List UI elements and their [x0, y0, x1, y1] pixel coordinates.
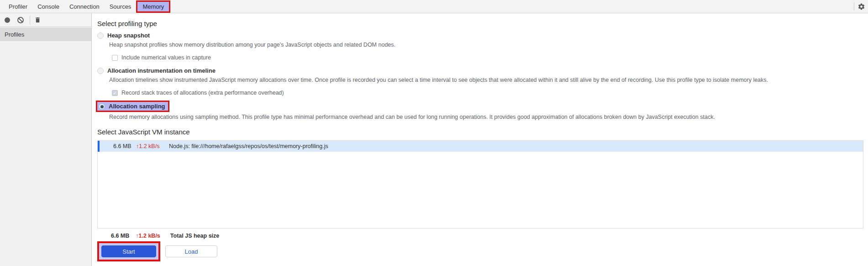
settings-button[interactable]: [854, 0, 868, 13]
sidebar-item-label: Profiles: [5, 31, 24, 38]
checkbox-label: Record stack traces of allocations (extr…: [121, 90, 284, 96]
checkbox-record-stack-traces[interactable]: ✓ Record stack traces of allocations (ex…: [112, 90, 868, 96]
radio-option-allocation-sampling[interactable]: Allocation sampling: [96, 101, 169, 112]
vm-instance-list: 6.6 MB ↑1.2 kB/s Node.js: file:///home/r…: [97, 140, 863, 229]
profiles-sidebar: Profiles: [0, 27, 92, 266]
total-heap-stats: 6.6 MB ↑1.2 kB/s Total JS heap size: [97, 233, 868, 239]
devtools-memory-panel: Profiler Console Connection Sources Memo…: [0, 0, 868, 266]
action-buttons: Start Load: [97, 241, 868, 261]
vm-instance-title: Select JavaScript VM instance: [97, 128, 868, 136]
start-button[interactable]: Start: [101, 245, 156, 257]
vm-heap-rate: ↑1.2 kB/s: [136, 143, 165, 149]
radio-icon-allocation-timeline[interactable]: [97, 68, 104, 74]
option-description: Record memory allocations using sampling…: [109, 114, 868, 120]
delete-icon[interactable]: [34, 16, 41, 23]
tab-connection[interactable]: Connection: [64, 0, 105, 13]
radio-label: Heap snapshot: [107, 32, 150, 39]
radio-icon-allocation-sampling-selected[interactable]: [99, 103, 105, 110]
radio-label: Allocation instrumentation on timeline: [107, 67, 216, 74]
tab-sources[interactable]: Sources: [105, 0, 137, 13]
tabbar-right-controls: [854, 0, 868, 13]
vm-instance-name: Node.js: file:///home/rafaelgss/repos/os…: [169, 143, 328, 149]
option-description: Allocation timelines show instrumented J…: [109, 77, 868, 83]
checkbox-icon-checked[interactable]: ✓: [112, 90, 118, 96]
total-heap-label: Total JS heap size: [170, 233, 219, 239]
radio-icon-heap-snapshot[interactable]: [97, 32, 104, 39]
profiling-type-title: Select profiling type: [97, 20, 868, 27]
start-button-annotation-box: Start: [97, 241, 160, 261]
tab-list: Profiler Console Connection Sources Memo…: [4, 0, 170, 13]
toolbar-separator: [30, 16, 30, 24]
option-description: Heap snapshot profiles show memory distr…: [109, 42, 868, 48]
vm-instance-row[interactable]: 6.6 MB ↑1.2 kB/s Node.js: file:///home/r…: [98, 141, 863, 152]
vm-heap-size: 6.6 MB: [113, 143, 136, 149]
total-heap-rate: ↑1.2 kB/s: [136, 233, 160, 239]
sidebar-item-profiles[interactable]: Profiles: [0, 27, 91, 41]
tab-memory[interactable]: Memory: [136, 0, 170, 13]
radio-label: Allocation sampling: [109, 103, 165, 110]
checkbox-include-numerical-values[interactable]: Include numerical values in capture: [112, 54, 868, 61]
settings-gear-icon: [857, 3, 865, 11]
total-heap-size: 6.6 MB: [111, 233, 129, 239]
radio-option-allocation-timeline[interactable]: Allocation instrumentation on timeline: [97, 67, 868, 74]
radio-option-heap-snapshot[interactable]: Heap snapshot: [97, 32, 868, 39]
tab-console[interactable]: Console: [32, 0, 64, 13]
clear-icon[interactable]: [17, 17, 24, 23]
record-icon[interactable]: [5, 17, 10, 23]
tab-profiler[interactable]: Profiler: [4, 0, 32, 13]
checkbox-label: Include numerical values in capture: [121, 54, 211, 61]
tab-bar: Profiler Console Connection Sources Memo…: [0, 0, 868, 13]
memory-panel-content: Select profiling type Heap snapshot Heap…: [92, 13, 868, 266]
checkbox-icon-unchecked[interactable]: [112, 55, 118, 61]
load-button[interactable]: Load: [165, 245, 217, 257]
profiles-toolbar: [0, 13, 92, 27]
